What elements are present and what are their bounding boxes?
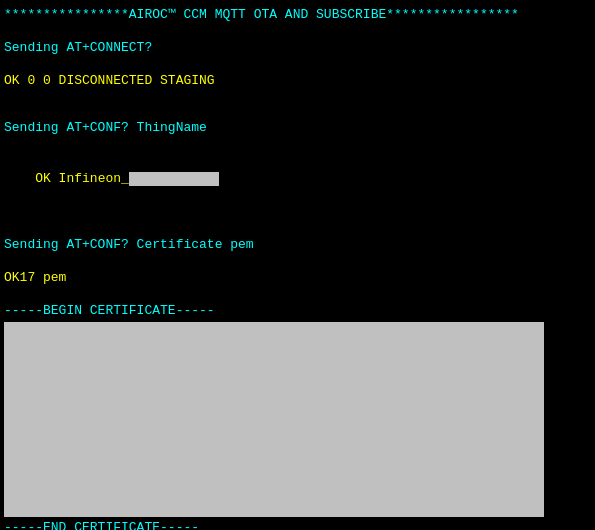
- send-thingname-line: Sending AT+CONF? ThingName: [4, 119, 591, 138]
- ok-infineon-prefix: OK Infineon_: [35, 171, 129, 186]
- ok-disconnected-line: OK 0 0 DISCONNECTED STAGING: [4, 72, 591, 91]
- ok-infineon-line: OK Infineon_: [4, 151, 591, 208]
- header-line: ****************AIROC™ CCM MQTT OTA AND …: [4, 6, 591, 25]
- terminal-window: ****************AIROC™ CCM MQTT OTA AND …: [0, 0, 595, 530]
- infineon-value-box: [129, 172, 219, 186]
- ok17-pem-line: OK17 pem: [4, 269, 591, 288]
- end-cert-line: -----END CERTIFICATE-----: [4, 519, 591, 530]
- begin-cert-line: -----BEGIN CERTIFICATE-----: [4, 302, 591, 321]
- send-cert-line: Sending AT+CONF? Certificate pem: [4, 236, 591, 255]
- certificate-content-box: [4, 322, 544, 517]
- send-connect-line: Sending AT+CONNECT?: [4, 39, 591, 58]
